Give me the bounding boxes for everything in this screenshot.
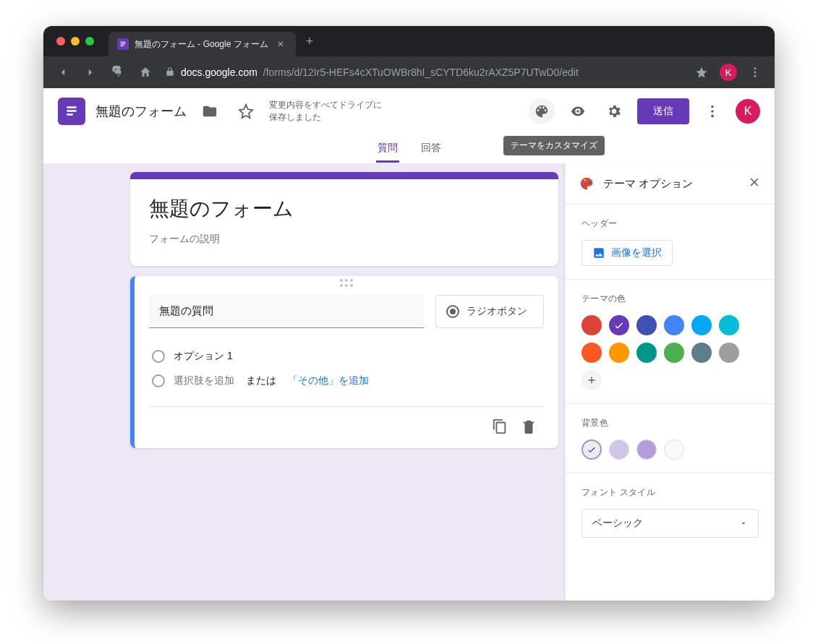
star-icon[interactable] bbox=[233, 98, 259, 124]
font-label: フォント スタイル bbox=[581, 486, 759, 499]
font-value: ベーシック bbox=[592, 517, 643, 530]
forms-favicon bbox=[117, 38, 129, 50]
minimize-window-button[interactable] bbox=[71, 37, 80, 46]
background-swatch[interactable] bbox=[664, 439, 684, 460]
options-list: オプション 1 選択肢を追加 または 「その他」を追加 bbox=[149, 328, 544, 399]
theme-color-swatch[interactable] bbox=[609, 343, 629, 363]
add-option-link[interactable]: 選択肢を追加 bbox=[174, 374, 234, 387]
theme-color-swatch[interactable] bbox=[691, 343, 712, 363]
question-footer bbox=[149, 406, 544, 448]
background-swatches bbox=[581, 439, 759, 460]
home-button[interactable] bbox=[133, 60, 158, 85]
background-swatch[interactable] bbox=[609, 439, 629, 460]
app-header: 無題のフォーム 変更内容をすべてドライブに 保存しました 送信 K bbox=[43, 88, 775, 134]
theme-color-swatch[interactable] bbox=[636, 315, 657, 335]
font-select[interactable]: ベーシック bbox=[581, 509, 759, 538]
chevron-down-icon bbox=[739, 519, 748, 528]
theme-color-swatch[interactable] bbox=[581, 315, 602, 335]
profile-avatar[interactable]: K bbox=[720, 64, 737, 81]
theme-color-swatch[interactable] bbox=[664, 315, 684, 335]
bookmark-star-icon[interactable] bbox=[689, 60, 714, 85]
svg-point-6 bbox=[582, 182, 584, 184]
more-menu-button[interactable] bbox=[699, 98, 725, 124]
folder-icon[interactable] bbox=[197, 98, 223, 124]
form-title[interactable]: 無題のフォーム bbox=[149, 195, 540, 223]
theme-button[interactable] bbox=[529, 98, 555, 124]
choose-image-button[interactable]: 画像を選択 bbox=[581, 240, 673, 266]
svg-point-0 bbox=[754, 67, 757, 69]
background-section: 背景色 bbox=[566, 404, 775, 473]
send-button[interactable]: 送信 bbox=[637, 98, 689, 124]
tab-questions[interactable]: 質問 bbox=[376, 136, 399, 163]
forward-button[interactable] bbox=[78, 60, 103, 85]
add-option-row: 選択肢を追加 または 「その他」を追加 bbox=[152, 369, 541, 393]
theme-color-swatch[interactable] bbox=[581, 343, 602, 363]
radio-outline-icon bbox=[152, 350, 165, 363]
drag-handle-icon[interactable] bbox=[338, 279, 355, 287]
toolbar: docs.google.com/forms/d/12Ir5-HEFs4cXTuO… bbox=[43, 56, 775, 88]
form-description[interactable]: フォームの説明 bbox=[149, 233, 540, 246]
save-status: 変更内容をすべてドライブに 保存しました bbox=[269, 99, 382, 124]
theme-color-swatch[interactable] bbox=[719, 315, 739, 335]
theme-color-swatches bbox=[581, 315, 759, 390]
svg-point-7 bbox=[584, 179, 586, 181]
app-content: 無題のフォーム 変更内容をすべてドライブに 保存しました 送信 K テーマをカス… bbox=[43, 88, 775, 601]
font-section: フォント スタイル ベーシック bbox=[566, 473, 775, 551]
form-header-card[interactable]: 無題のフォーム フォームの説明 bbox=[130, 172, 558, 266]
question-card[interactable]: ラジオボタン オプション 1 選択肢を追加 または 「その他」を追加 bbox=[130, 276, 558, 448]
tab-responses[interactable]: 回答 bbox=[419, 136, 443, 163]
browser-tab[interactable]: 無題のフォーム - Google フォーム ✕ bbox=[108, 32, 296, 56]
theme-color-swatch[interactable] bbox=[609, 315, 629, 335]
choose-image-label: 画像を選択 bbox=[611, 246, 662, 259]
back-button[interactable] bbox=[51, 60, 75, 85]
theme-color-swatch[interactable] bbox=[691, 315, 712, 335]
svg-point-8 bbox=[587, 179, 589, 181]
preview-icon[interactable] bbox=[565, 98, 591, 124]
form-tabs: 質問 回答 bbox=[43, 134, 775, 163]
radio-icon bbox=[446, 305, 459, 318]
svg-point-9 bbox=[589, 182, 592, 184]
save-status-line1: 変更内容をすべてドライブに bbox=[269, 99, 382, 111]
question-title-input[interactable] bbox=[149, 295, 424, 328]
duplicate-icon[interactable] bbox=[492, 418, 508, 437]
save-status-line2: 保存しました bbox=[269, 111, 382, 124]
svg-point-4 bbox=[711, 110, 714, 113]
theme-panel-header: テーマ オプション bbox=[566, 163, 775, 205]
background-label: 背景色 bbox=[581, 417, 759, 429]
url-path: /forms/d/12Ir5-HEFs4cXTuOWBr8hI_sCYTD6ku… bbox=[263, 66, 579, 78]
reload-button[interactable] bbox=[106, 60, 130, 85]
delete-icon[interactable] bbox=[521, 418, 537, 437]
close-panel-button[interactable] bbox=[747, 175, 762, 192]
browser-window: 無題のフォーム - Google フォーム ✕ + docs.google.co… bbox=[43, 26, 775, 601]
close-tab-button[interactable]: ✕ bbox=[274, 39, 287, 49]
svg-point-3 bbox=[711, 105, 714, 108]
svg-point-2 bbox=[754, 75, 757, 77]
account-avatar[interactable]: K bbox=[736, 99, 760, 124]
theme-color-swatch[interactable] bbox=[664, 343, 684, 363]
lock-icon bbox=[165, 66, 175, 79]
window-controls bbox=[56, 37, 94, 46]
background-swatch[interactable] bbox=[636, 439, 657, 460]
close-window-button[interactable] bbox=[56, 37, 65, 46]
option-row[interactable]: オプション 1 bbox=[152, 344, 541, 369]
address-bar[interactable]: docs.google.com/forms/d/12Ir5-HEFs4cXTuO… bbox=[165, 66, 686, 79]
option-label[interactable]: オプション 1 bbox=[174, 350, 233, 363]
theme-color-swatch[interactable] bbox=[719, 343, 739, 363]
background-swatch[interactable] bbox=[581, 439, 602, 460]
add-other-link[interactable]: 「その他」を追加 bbox=[288, 374, 369, 387]
theme-color-section: テーマの色 bbox=[566, 280, 775, 404]
new-tab-button[interactable]: + bbox=[306, 34, 314, 49]
tab-strip: 無題のフォーム - Google フォーム ✕ + bbox=[108, 26, 313, 56]
forms-logo[interactable] bbox=[58, 98, 85, 125]
add-color-button[interactable] bbox=[581, 370, 602, 390]
palette-icon bbox=[579, 176, 595, 192]
theme-color-swatch[interactable] bbox=[636, 343, 657, 363]
document-title[interactable]: 無題のフォーム bbox=[95, 103, 187, 120]
theme-color-label: テーマの色 bbox=[581, 293, 759, 305]
question-type-select[interactable]: ラジオボタン bbox=[435, 295, 544, 328]
titlebar: 無題のフォーム - Google フォーム ✕ + bbox=[43, 26, 775, 56]
header-section-label: ヘッダー bbox=[581, 218, 759, 230]
settings-icon[interactable] bbox=[601, 98, 627, 124]
maximize-window-button[interactable] bbox=[85, 37, 94, 46]
browser-menu-button[interactable] bbox=[743, 60, 767, 85]
